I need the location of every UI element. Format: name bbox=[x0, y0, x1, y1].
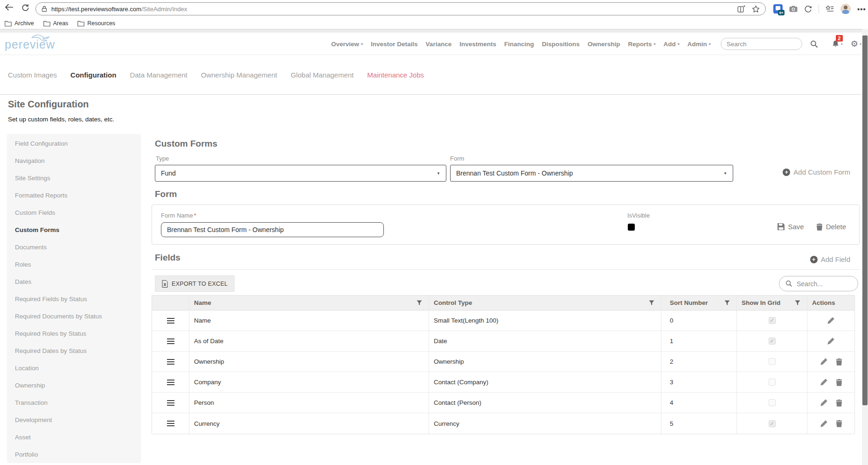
excel-file-icon bbox=[162, 280, 168, 288]
isvisible-label: IsVisible bbox=[627, 212, 650, 219]
bookmark-folder-areas[interactable]: Areas bbox=[43, 20, 69, 27]
required-marker: * bbox=[194, 212, 196, 219]
nav-admin[interactable]: Admin▾ bbox=[687, 41, 711, 48]
sidebar-item-ownership[interactable]: Ownership bbox=[7, 377, 141, 394]
column-header-name[interactable]: Name bbox=[189, 296, 429, 310]
nav-investments[interactable]: Investments bbox=[459, 41, 496, 48]
tab-configuration[interactable]: Configuration bbox=[70, 71, 116, 79]
sidebar-item-portfolio[interactable]: Portfolio bbox=[7, 446, 141, 463]
bookmark-folder-archive[interactable]: Archive bbox=[5, 20, 34, 27]
column-header-control-type[interactable]: Control Type bbox=[429, 296, 661, 310]
tab-custom-images[interactable]: Custom Images bbox=[8, 71, 57, 79]
drag-handle[interactable] bbox=[152, 352, 189, 372]
address-bar[interactable]: https://test.pereviewsoftware.com/SiteAd… bbox=[35, 2, 766, 15]
chrome-page-divider bbox=[0, 29, 868, 33]
nav-financing[interactable]: Financing bbox=[504, 41, 534, 48]
edit-button[interactable] bbox=[820, 420, 828, 428]
delete-row-button[interactable] bbox=[836, 399, 842, 407]
search-icon[interactable] bbox=[810, 40, 818, 48]
column-header-show-in-grid[interactable]: Show In Grid bbox=[737, 296, 807, 310]
nav-add[interactable]: Add▾ bbox=[664, 41, 680, 48]
delete-row-button[interactable] bbox=[836, 420, 842, 427]
tab-ownership-management[interactable]: Ownership Management bbox=[201, 71, 277, 79]
fields-search-box[interactable] bbox=[779, 276, 858, 291]
add-custom-form-button[interactable]: + Add Custom Form bbox=[783, 168, 850, 176]
sidebar-item-required-documents-by-status[interactable]: Required Documents by Status bbox=[7, 308, 141, 325]
sidebar-item-custom-fields[interactable]: Custom Fields bbox=[7, 204, 141, 221]
filter-icon[interactable] bbox=[417, 300, 422, 306]
edit-button[interactable] bbox=[827, 317, 835, 324]
settings-button[interactable]: ⚙ ▾ bbox=[851, 40, 861, 48]
filter-icon[interactable] bbox=[724, 300, 730, 306]
sidebar-item-formatted-reports[interactable]: Formatted Reports bbox=[7, 187, 141, 204]
sidebar-item-required-roles-by-status[interactable]: Required Roles by Status bbox=[7, 325, 141, 342]
browser-menu-icon[interactable]: ••• bbox=[857, 5, 866, 13]
favorite-star-icon[interactable] bbox=[752, 5, 760, 13]
notifications-button[interactable]: 2 ▾ bbox=[832, 40, 843, 48]
browser-back-icon[interactable] bbox=[5, 4, 14, 11]
sidebar-item-roles[interactable]: Roles bbox=[7, 256, 141, 273]
sidebar-item-development[interactable]: Development bbox=[7, 411, 141, 429]
isvisible-checkbox[interactable] bbox=[628, 224, 635, 231]
form-name-input[interactable] bbox=[161, 222, 384, 237]
global-search-input[interactable] bbox=[721, 38, 802, 50]
pereview-logo[interactable]: pereview bbox=[5, 38, 55, 51]
split-screen-icon[interactable] bbox=[737, 5, 745, 13]
drag-handle[interactable] bbox=[152, 393, 189, 413]
nav-dispositions[interactable]: Dispositions bbox=[542, 41, 580, 48]
type-select[interactable]: Fund ▼ bbox=[155, 165, 446, 182]
delete-button[interactable]: Delete bbox=[816, 223, 846, 231]
sidebar-item-location[interactable]: Location bbox=[7, 359, 141, 377]
sidebar-item-field-configuration[interactable]: Field Configuration bbox=[7, 135, 141, 152]
sidebar-item-asset[interactable]: Asset bbox=[7, 429, 141, 446]
nav-reports[interactable]: Reports▾ bbox=[628, 41, 655, 48]
filter-icon[interactable] bbox=[649, 300, 654, 306]
sidebar-item-required-fields-by-status[interactable]: Required Fields by Status bbox=[7, 290, 141, 308]
nav-investor-details[interactable]: Investor Details bbox=[371, 41, 418, 48]
edit-button[interactable] bbox=[820, 399, 828, 407]
edit-button[interactable] bbox=[820, 378, 828, 386]
sidebar-item-custom-forms[interactable]: Custom Forms bbox=[7, 221, 141, 239]
page-subtitle: Set up custom fields, roles, dates, etc. bbox=[8, 116, 114, 123]
tab-data-management[interactable]: Data Management bbox=[130, 71, 187, 79]
export-to-excel-button[interactable]: EXPORT TO EXCEL bbox=[155, 275, 235, 292]
tab-maintenance-jobs[interactable]: Maintenance Jobs bbox=[367, 71, 424, 79]
sidebar-item-dates[interactable]: Dates bbox=[7, 273, 141, 290]
delete-row-button[interactable] bbox=[836, 379, 842, 386]
column-header-sort-number[interactable]: Sort Number bbox=[661, 296, 737, 310]
bookmark-folder-resources[interactable]: Resources bbox=[77, 20, 115, 27]
page-scrollbar[interactable] bbox=[862, 29, 868, 465]
save-button[interactable]: Save bbox=[778, 223, 804, 231]
add-field-button[interactable]: + Add Field bbox=[810, 255, 850, 263]
pencil-icon bbox=[820, 420, 828, 428]
favorites-list-icon[interactable] bbox=[826, 5, 834, 13]
filter-icon[interactable] bbox=[795, 300, 800, 306]
sidebar-item-documents[interactable]: Documents bbox=[7, 239, 141, 256]
fields-search-input[interactable] bbox=[797, 280, 848, 288]
drag-handle[interactable] bbox=[152, 372, 189, 393]
screenshot-camera-icon[interactable] bbox=[789, 6, 798, 12]
sidebar-item-navigation[interactable]: Navigation bbox=[7, 152, 141, 169]
nav-variance[interactable]: Variance bbox=[426, 41, 452, 48]
browser-extension-icon[interactable]: 9+ bbox=[773, 4, 783, 14]
trash-icon bbox=[836, 420, 842, 427]
edit-button[interactable] bbox=[820, 358, 828, 366]
drag-handle[interactable] bbox=[152, 413, 189, 434]
edit-button[interactable] bbox=[827, 337, 835, 345]
table-row: Name Small Text(Length 100) 0 bbox=[152, 310, 854, 331]
delete-row-button[interactable] bbox=[836, 358, 842, 366]
browser-toolbar: https://test.pereviewsoftware.com/SiteAd… bbox=[0, 0, 868, 18]
browser-reload-icon[interactable] bbox=[21, 4, 29, 12]
sidebar-item-site-settings[interactable]: Site Settings bbox=[7, 169, 141, 187]
form-select[interactable]: Brennan Test Custom Form - Ownership ▼ bbox=[450, 165, 733, 182]
sidebar-item-transaction[interactable]: Transaction bbox=[7, 394, 141, 411]
drag-handle[interactable] bbox=[152, 310, 189, 331]
browser-profile-avatar[interactable] bbox=[840, 4, 851, 14]
nav-overview[interactable]: Overview▾ bbox=[331, 41, 363, 48]
drag-handle[interactable] bbox=[152, 331, 189, 352]
sidebar-item-required-dates-by-status[interactable]: Required Dates by Status bbox=[7, 342, 141, 359]
tab-global-management[interactable]: Global Management bbox=[291, 71, 354, 79]
nav-ownership[interactable]: Ownership bbox=[588, 41, 620, 48]
scrollbar-thumb[interactable] bbox=[862, 35, 868, 405]
extension-circle-icon[interactable] bbox=[804, 5, 812, 13]
